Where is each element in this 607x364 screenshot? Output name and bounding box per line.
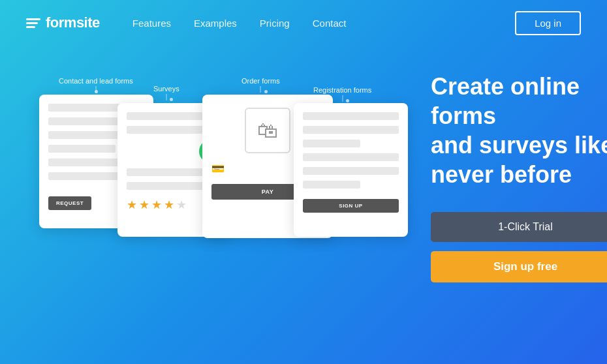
star-5: ★ bbox=[176, 198, 187, 212]
star-4: ★ bbox=[164, 198, 174, 212]
nav-features[interactable]: Features bbox=[132, 18, 171, 29]
field-row bbox=[303, 167, 399, 175]
login-button[interactable]: Log in bbox=[515, 11, 581, 35]
label-card3: Order forms bbox=[241, 77, 280, 85]
label-card2: Surveys bbox=[153, 85, 179, 93]
logo-icon bbox=[26, 18, 40, 28]
logo-text: formsite bbox=[46, 14, 100, 31]
logo: formsite bbox=[26, 14, 100, 31]
nav: Features Examples Pricing Contact bbox=[132, 18, 515, 29]
right-panel: Create online forms and surveys like nev… bbox=[411, 59, 607, 282]
star-2: ★ bbox=[139, 198, 149, 212]
hero-headline: Create online forms and surveys like nev… bbox=[431, 72, 607, 189]
field-row bbox=[303, 153, 399, 161]
bag-icon: 🛍 bbox=[245, 108, 290, 153]
signup-button[interactable]: SIGN UP bbox=[303, 199, 399, 213]
star-3: ★ bbox=[151, 198, 162, 212]
nav-contact[interactable]: Contact bbox=[313, 18, 347, 29]
field-row bbox=[303, 126, 399, 134]
nav-examples[interactable]: Examples bbox=[194, 18, 237, 29]
nav-pricing[interactable]: Pricing bbox=[260, 18, 290, 29]
label-card1: Contact and lead forms bbox=[59, 77, 133, 85]
forms-illustration: Contact and lead forms Surveys Order for… bbox=[26, 59, 411, 307]
label-card4: Registration forms bbox=[313, 86, 371, 94]
trial-button[interactable]: 1-Click Trial bbox=[431, 212, 607, 242]
request-button[interactable]: REQUEST bbox=[48, 196, 91, 210]
field-row bbox=[303, 112, 399, 120]
credit-card-icon: 💳 bbox=[211, 162, 225, 175]
field-row bbox=[303, 181, 360, 189]
header: formsite Features Examples Pricing Conta… bbox=[0, 0, 607, 46]
star-1: ★ bbox=[127, 198, 137, 212]
field-row bbox=[303, 140, 360, 147]
card-registration: SIGN UP bbox=[294, 103, 408, 237]
main-content: Contact and lead forms Surveys Order for… bbox=[0, 46, 607, 364]
field-row bbox=[48, 145, 116, 153]
signup-free-button[interactable]: Sign up free bbox=[431, 251, 607, 282]
